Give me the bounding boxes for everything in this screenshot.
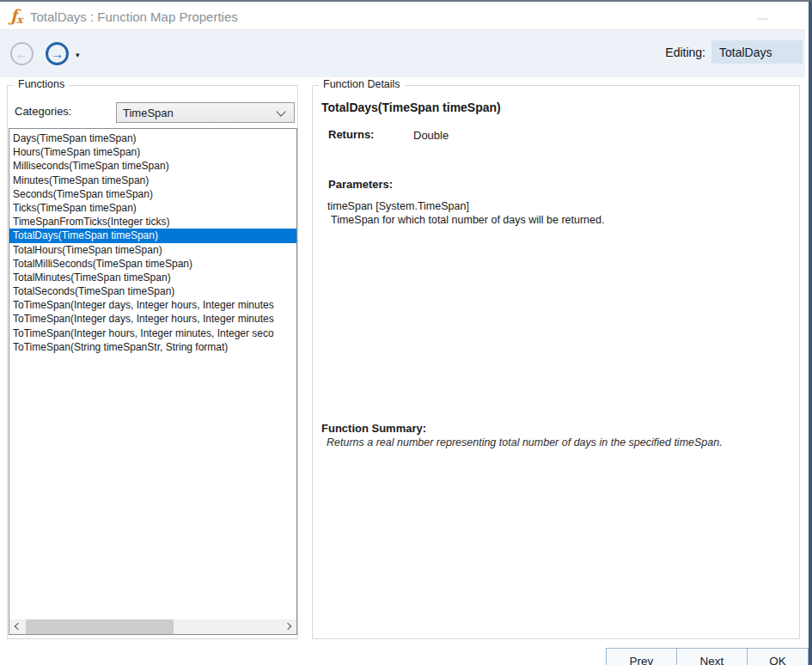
returns-value: Double <box>413 129 449 142</box>
function-listbox: Days(TimeSpan timeSpan)Hours(TimeSpan ti… <box>9 128 297 635</box>
list-item[interactable]: TimeSpanFromTicks(Integer ticks) <box>9 215 296 229</box>
list-item[interactable]: TotalMilliSeconds(TimeSpan timeSpan) <box>9 257 296 271</box>
parameter-name: timeSpan [System.TimeSpan] <box>327 200 469 212</box>
prev-button[interactable]: Prev <box>606 648 677 665</box>
editing-value-field[interactable]: TotalDays <box>711 40 803 64</box>
list-item[interactable]: Minutes(TimeSpan timeSpan) <box>9 174 296 187</box>
parameter-description: TimeSpan for which total number of days … <box>331 214 604 226</box>
editing-label: Editing: <box>665 46 705 59</box>
returns-label: Returns: <box>328 128 374 141</box>
titlebar: ƒx TotalDays : Function Map Properties <box>0 3 805 30</box>
function-summary-label: Function Summary: <box>321 422 426 435</box>
function-details-title: Function Details <box>319 78 405 90</box>
categories-label: Categories: <box>15 105 71 118</box>
categories-dropdown[interactable]: TimeSpan <box>116 102 295 123</box>
function-details-panel: Function Details TotalDays(TimeSpan time… <box>312 85 800 639</box>
scrollbar-thumb[interactable] <box>26 619 174 634</box>
parameters-label: Parameters: <box>328 178 393 191</box>
back-arrow-icon[interactable]: ← <box>10 42 34 65</box>
next-button[interactable]: Next <box>676 648 748 665</box>
window-title: TotalDays : Function Map Properties <box>30 9 238 24</box>
toolbar: ← → ▾ Editing: TotalDays <box>0 30 805 77</box>
function-signature-heading: TotalDays(TimeSpan timeSpan) <box>321 101 501 114</box>
list-item[interactable]: ToTimeSpan(Integer days, Integer hours, … <box>9 312 296 326</box>
horizontal-scrollbar[interactable] <box>9 619 296 634</box>
functions-panel-title: Functions <box>14 78 69 90</box>
fx-icon: ƒx <box>10 6 23 25</box>
scroll-right-icon[interactable] <box>282 619 296 634</box>
list-item[interactable]: Days(TimeSpan timeSpan) <box>9 131 296 145</box>
list-item[interactable]: Ticks(TimeSpan timeSpan) <box>9 201 296 215</box>
chevron-down-icon <box>276 107 285 116</box>
dialog-window: ƒx TotalDays : Function Map Properties ←… <box>0 0 812 665</box>
list-item[interactable]: ToTimeSpan(Integer hours, Integer minute… <box>9 326 296 340</box>
function-list: Days(TimeSpan timeSpan)Hours(TimeSpan ti… <box>9 130 296 619</box>
scroll-left-icon[interactable] <box>9 619 24 634</box>
list-item[interactable]: TotalSeconds(TimeSpan timeSpan) <box>9 284 296 298</box>
list-item[interactable]: TotalDays(TimeSpan timeSpan) <box>9 229 296 242</box>
minimize-icon[interactable] <box>757 18 767 20</box>
list-item[interactable]: TotalHours(TimeSpan timeSpan) <box>9 243 296 257</box>
functions-panel: Functions Categories: TimeSpan Days(Time… <box>7 85 298 639</box>
list-item[interactable]: ToTimeSpan(Integer days, Integer hours, … <box>9 298 296 312</box>
ok-button[interactable]: OK <box>747 648 809 665</box>
categories-selected-value: TimeSpan <box>123 107 174 119</box>
editing-field-group: Editing: TotalDays <box>665 40 803 64</box>
list-item[interactable]: Milliseconds(TimeSpan timeSpan) <box>9 159 296 173</box>
forward-dropdown-caret-icon[interactable]: ▾ <box>76 51 80 59</box>
list-item[interactable]: Seconds(TimeSpan timeSpan) <box>9 187 296 201</box>
list-item[interactable]: TotalMinutes(TimeSpan timeSpan) <box>9 271 296 284</box>
list-item[interactable]: ToTimeSpan(String timeSpanStr, String fo… <box>9 340 296 354</box>
function-summary-text: Returns a real number representing total… <box>327 436 723 448</box>
forward-arrow-icon[interactable]: → <box>46 42 69 65</box>
list-item[interactable]: Hours(TimeSpan timeSpan) <box>9 145 296 159</box>
